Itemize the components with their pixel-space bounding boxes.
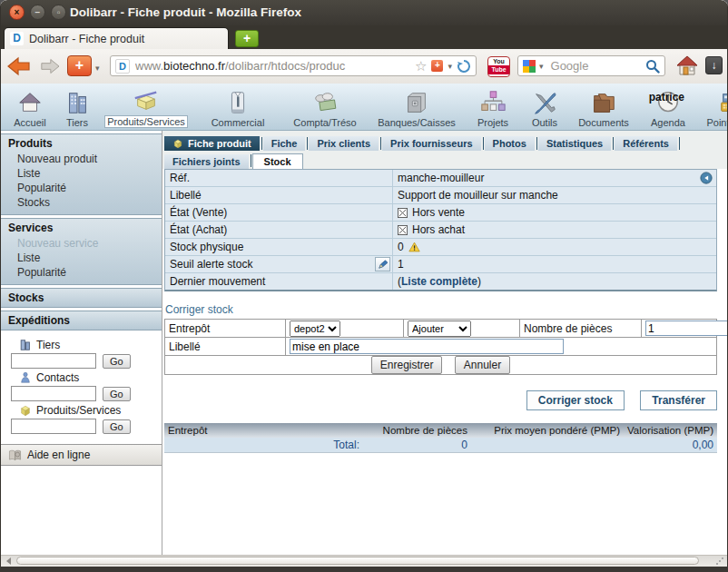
search-contacts-input[interactable] — [11, 386, 96, 401]
search-group-contacts: Contacts Go — [6, 371, 156, 401]
dolibarr-favicon-icon: D — [10, 32, 24, 45]
search-tiers-input[interactable] — [11, 353, 96, 369]
logged-user-name[interactable]: patrice — [649, 91, 684, 104]
sidebar-item-liste-produits[interactable]: Liste — [8, 166, 156, 181]
table-row: Dernier mouvement (Liste complète) — [165, 273, 716, 290]
table-row: Stock physique 0 — [165, 239, 716, 256]
warning-icon — [408, 242, 420, 252]
tab-statistiques[interactable]: Statistiques — [538, 136, 611, 151]
tab-prix-fournisseurs[interactable]: Prix fournisseurs — [382, 136, 480, 151]
edit-icon[interactable] — [375, 257, 390, 271]
libelle-input[interactable] — [290, 339, 564, 354]
cube-icon — [172, 138, 183, 149]
urlbar-dropdown-icon[interactable]: ▾ — [448, 62, 452, 71]
back-circle-icon[interactable] — [700, 172, 713, 184]
col-pmp: Prix moyen pondéré (PMP) — [471, 423, 624, 438]
main-area: Fiche produit Fiche Prix clients Prix fo… — [162, 131, 727, 556]
cancel-button[interactable]: Annuler — [455, 356, 510, 374]
help-online-link[interactable]: Aide en ligne — [1, 444, 162, 466]
tab-referents[interactable]: Référents — [615, 136, 677, 151]
tab-fiche[interactable]: Fiche — [263, 136, 306, 151]
sidebar-item-stocks[interactable]: Stocks — [8, 195, 156, 210]
google-logo-icon[interactable] — [523, 60, 536, 73]
menu-tiers[interactable]: Tiers — [56, 89, 98, 128]
sidebar-item-popularite-services[interactable]: Popularité — [8, 265, 156, 280]
menu-point-vente[interactable]: Point vente — [697, 89, 728, 128]
home-button[interactable] — [675, 54, 699, 77]
search-contacts-go-button[interactable]: Go — [103, 387, 131, 401]
full-list-link[interactable]: Liste complète — [401, 275, 477, 288]
scroll-left-arrow[interactable] — [3, 557, 15, 566]
search-engine-dropdown-icon[interactable]: ▾ — [539, 62, 544, 71]
forward-button[interactable] — [38, 57, 62, 75]
sidebar-search-area: Tiers Go Contacts Go — [1, 333, 162, 440]
correct-stock-button[interactable]: Corriger stock — [526, 390, 625, 410]
col-entrepot: Entrepôt — [164, 423, 363, 438]
sidebar-item-liste-services[interactable]: Liste — [8, 251, 156, 265]
scrollbar-thumb[interactable] — [16, 557, 699, 565]
tab-fichiers-joints[interactable]: Fichiers joints — [164, 154, 249, 169]
row-label: Libellé — [170, 189, 202, 202]
resize-grip-icon[interactable] — [715, 557, 724, 566]
menu-documents[interactable]: Documents — [568, 89, 639, 128]
folders-icon — [590, 89, 617, 116]
tab-stock[interactable]: Stock — [252, 153, 303, 170]
person-tie-icon — [224, 89, 251, 116]
minimize-button[interactable]: − — [30, 5, 45, 20]
back-button[interactable] — [5, 55, 33, 77]
quick-add-dropdown-icon[interactable]: ▾ — [95, 64, 100, 73]
tab-fiche-produit[interactable]: Fiche produit — [164, 136, 260, 151]
horizontal-scrollbar[interactable] — [1, 555, 727, 567]
sidebar-item-nouveau-produit[interactable]: Nouveau produit — [8, 152, 156, 166]
search-produits-input[interactable] — [11, 419, 96, 434]
menu-banques-caisses[interactable]: Banques/Caisses — [369, 89, 465, 128]
youtube-icon[interactable]: You Tube — [487, 56, 510, 77]
tab-label: Fiche produit — [188, 138, 251, 149]
menu-projets[interactable]: Projets — [465, 89, 521, 128]
qty-input[interactable] — [645, 321, 727, 336]
search-contacts-label: Contacts — [36, 371, 79, 384]
quick-add-button[interactable]: + — [67, 55, 92, 76]
sidebar-section-title: Services — [8, 222, 156, 234]
new-tab-button[interactable]: + — [235, 30, 259, 47]
url-domain: biotechno.fr — [163, 59, 225, 73]
sidebar-section-expeditions[interactable]: Expéditions — [1, 311, 162, 330]
tabs-row-1: Fiche produit Fiche Prix clients Prix fo… — [164, 135, 681, 151]
navigation-toolbar: + ▾ D www.biotechno.fr/dolibarr/htdocs/p… — [0, 49, 728, 84]
libelle-label: Libellé — [165, 338, 286, 356]
menu-label: Outils — [529, 117, 560, 128]
save-button[interactable]: Enregistrer — [371, 356, 443, 374]
menu-produits-services[interactable]: Produits/Services — [98, 87, 194, 128]
search-tiers-go-button[interactable]: Go — [103, 354, 131, 369]
menu-outils[interactable]: Outils — [521, 89, 568, 128]
tab-strip: D Dolibarr - Fiche produit + — [0, 25, 728, 49]
downloads-button[interactable]: ↓ — [705, 56, 723, 74]
menu-compta-treso[interactable]: Compta/Tréso — [281, 89, 369, 128]
tab-prix-clients[interactable]: Prix clients — [309, 136, 379, 151]
browser-tab[interactable]: D Dolibarr - Fiche produit — [4, 27, 229, 49]
urlbar-plus-icon[interactable]: + — [431, 60, 443, 72]
url-text[interactable]: www.biotechno.fr/dolibarr/htdocs/produc — [135, 59, 415, 73]
tab-photos[interactable]: Photos — [485, 136, 535, 151]
warehouse-select[interactable]: depot2 — [290, 321, 340, 337]
status-off-icon — [398, 208, 408, 218]
menu-accueil[interactable]: Accueil — [4, 89, 56, 128]
reload-icon[interactable] — [457, 59, 471, 74]
sidebar-section-stocks[interactable]: Stocks — [1, 288, 162, 308]
url-bar[interactable]: D www.biotechno.fr/dolibarr/htdocs/produ… — [110, 55, 477, 76]
search-placeholder[interactable]: Google — [551, 59, 642, 73]
row-label: Stock physique — [170, 241, 243, 253]
maximize-button[interactable]: ▫ — [51, 5, 66, 20]
search-bar[interactable]: ▾ Google — [517, 55, 665, 76]
movement-type-select[interactable]: Ajouter — [408, 321, 471, 337]
search-produits-go-button[interactable]: Go — [103, 419, 131, 434]
row-value: Support de mouilleur sur manche — [398, 189, 558, 202]
total-label: Total: — [164, 438, 363, 453]
close-button[interactable]: × — [9, 5, 25, 20]
transfer-button[interactable]: Transférer — [640, 390, 717, 410]
menu-commercial[interactable]: Commercial — [194, 89, 281, 128]
sidebar-item-popularite-produits[interactable]: Popularité — [8, 181, 156, 195]
search-magnifier-icon[interactable] — [645, 59, 660, 74]
window-titlebar[interactable]: × − ▫ Dolibarr - Fiche produit - Mozilla… — [0, 0, 728, 25]
bookmark-star-icon[interactable]: ☆ — [415, 58, 427, 74]
